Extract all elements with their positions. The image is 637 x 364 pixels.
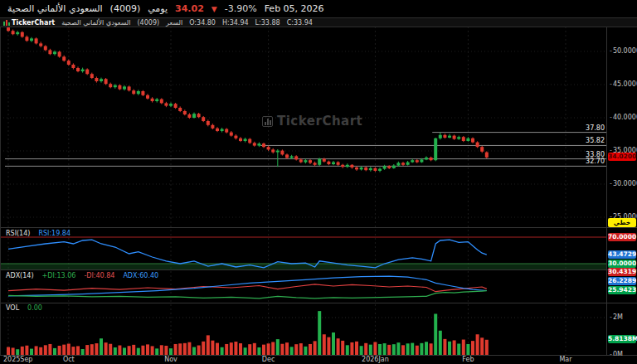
chart-date: Feb 05, 2026 [265, 3, 324, 14]
rsi-panel-label-row: RSI(14) RSI:19.84 [6, 230, 71, 238]
adx-label: ADX(14) [6, 272, 34, 280]
minus-di-value: -DI:40.84 [84, 272, 114, 280]
chart-canvas[interactable] [0, 0, 637, 364]
ohlc-close: C:33.94 [287, 19, 313, 27]
chart-left-border [0, 17, 1, 355]
price-axis-border [606, 17, 607, 364]
rsi-lower-badge: 30.0000 [608, 260, 636, 268]
rsi-upper-badge: 70.0000 [608, 233, 636, 241]
tickerchart-brand: TickerChart [3, 19, 55, 27]
time-axis-label: Nov [164, 356, 177, 363]
separator-adx-vol[interactable] [0, 303, 637, 303]
adx-value: ADX:60.40 [123, 272, 158, 280]
infobar-symbol-name: السعودي الألماني الصحية [61, 19, 130, 27]
rsi-current-badge: 43.4729 [608, 250, 636, 259]
title-bar: السعودي الألماني الصحية (4009) يومي 34.0… [0, 0, 637, 17]
last-price: 34.02 [175, 3, 204, 14]
brand-label: TickerChart [12, 19, 55, 27]
tickerchart-watermark-icon [262, 116, 273, 127]
separator-rsi-adx[interactable] [0, 269, 637, 270]
timeframe-label: يومي [148, 3, 168, 14]
tickerchart-logo-icon [3, 19, 10, 26]
watermark: TickerChart [262, 114, 362, 129]
time-axis-label: Mar [559, 356, 571, 363]
time-axis-label: Dec [262, 356, 275, 363]
time-axis: 2025SepOctNovDec2026JanFebMar [0, 356, 637, 364]
separator-price-rsi[interactable] [0, 227, 637, 228]
ohlc-bar: TickerChart السعودي الألماني الصحية (400… [0, 17, 637, 27]
rsi-label: RSI(14) [6, 230, 30, 238]
plus-di-value: +DI:13.06 [42, 272, 76, 280]
adx-plus-di-badge: 25.9423 [608, 286, 636, 294]
tickerchart-window: السعودي الألماني الصحية (4009) يومي 34.0… [0, 0, 637, 364]
time-axis-label: 2025Sep [3, 356, 32, 363]
ohlc-high: H:34.94 [222, 19, 249, 27]
ohlc-open: O:34.80 [189, 19, 216, 27]
adx-adx-badge: 26.2289 [608, 277, 636, 285]
vol-value: 0.00 [27, 304, 42, 313]
symbol-name: السعودي الألماني الصحية [7, 3, 103, 14]
watermark-label: TickerChart [277, 114, 362, 129]
vol-label: VOL [6, 304, 19, 313]
ohlc-low: L:33.88 [255, 19, 280, 27]
volume-badge: 5.8138M [608, 335, 636, 343]
change-percent: -3.90% [225, 3, 257, 14]
volume-axis-label-2m: 2M [610, 313, 623, 321]
symbol-code: (4009) [110, 3, 141, 14]
adx-panel-label-row: ADX(14) +DI:13.06 -DI:40.84 ADX:60.40 [6, 272, 158, 280]
adx-minus-di-badge: 30.4319 [608, 268, 636, 276]
time-axis-label: Feb [462, 356, 474, 363]
infobar-price-label: السعر [166, 19, 182, 27]
current-price-badge: 34.0200 [608, 153, 636, 161]
vol-panel-label-row: VOL 0.00 [6, 304, 42, 313]
price-down-arrow-icon: ▼ [212, 5, 217, 13]
time-axis-label: Oct [63, 356, 75, 363]
time-axis-label: 2026Jan [362, 356, 389, 363]
infobar-symbol-code: (4009) [138, 19, 160, 27]
scale-toggle-badge[interactable]: خطي [608, 218, 636, 227]
rsi-value: RSI:19.84 [38, 230, 71, 238]
